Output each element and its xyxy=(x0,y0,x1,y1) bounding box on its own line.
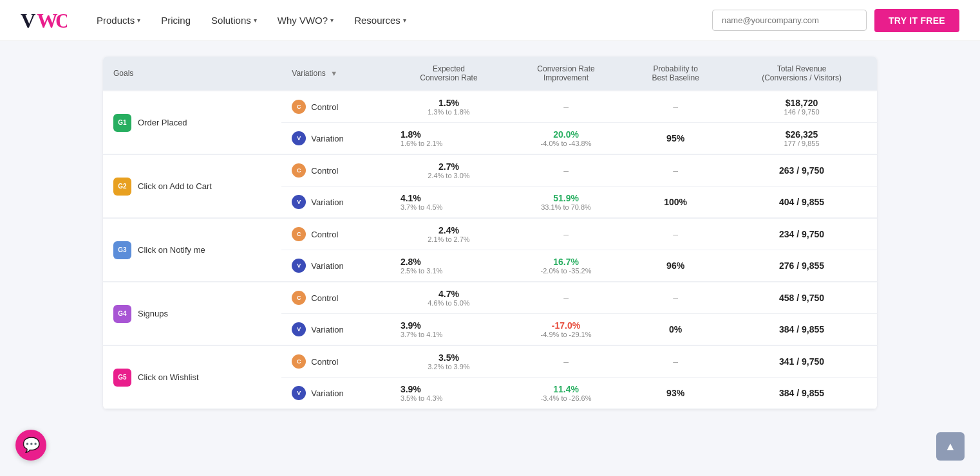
probability-value: 95% xyxy=(666,133,684,143)
results-table: Goals Variations ▼ ExpectedConversion Ra… xyxy=(103,57,877,409)
ecr-main: 4.7% xyxy=(400,289,497,299)
probability-value: – xyxy=(673,356,678,367)
goal-badge-g4: G4 xyxy=(113,305,131,323)
nav-why-vwo[interactable]: Why VWO? ▾ xyxy=(269,10,343,31)
revenue-sub: 146 / 9,750 xyxy=(737,108,867,116)
variation-circle: V xyxy=(292,195,306,209)
svg-text:O: O xyxy=(55,8,67,32)
goal-label-g3: Click on Notify me xyxy=(138,245,205,255)
cri-cell: 11.4%-3.4% to -26.6% xyxy=(507,378,625,409)
variation-circle: V xyxy=(292,322,306,336)
cri-main: – xyxy=(518,293,614,303)
probability-cell: – xyxy=(625,218,726,250)
variation-circle: V xyxy=(292,386,306,400)
revenue-cell: 263 / 9,750 xyxy=(726,154,877,187)
variation-cell: C Control xyxy=(281,282,390,314)
filter-icon[interactable]: ▼ xyxy=(330,69,337,77)
ecr-sub: 2.4% to 3.0% xyxy=(400,172,497,179)
cri-sub: -4.0% to -43.8% xyxy=(518,140,614,147)
revenue-cell: 234 / 9,750 xyxy=(726,218,877,250)
revenue-cell: 404 / 9,855 xyxy=(726,187,877,219)
ecr-sub: 2.1% to 2.7% xyxy=(400,235,497,243)
variation-cell: C Control xyxy=(281,91,390,123)
solutions-arrow-icon: ▾ xyxy=(254,17,257,24)
cri-main: – xyxy=(518,102,614,112)
nav-products[interactable]: Products ▾ xyxy=(88,10,149,31)
svg-text:W: W xyxy=(37,8,57,32)
nav-solutions[interactable]: Solutions ▾ xyxy=(202,10,266,31)
variation-circle: V xyxy=(292,259,306,273)
goal-cell-g2: G2 Click on Add to Cart xyxy=(103,154,281,218)
probability-value: 96% xyxy=(666,261,684,271)
logo[interactable]: V W O xyxy=(21,8,67,33)
try-it-free-button[interactable]: TRY IT FREE xyxy=(874,9,959,32)
variation-cell: C Control xyxy=(281,345,390,378)
control-circle: C xyxy=(292,227,306,241)
variation-label: Control xyxy=(311,166,338,176)
cri-cell: – xyxy=(507,282,625,314)
variation-label: Variation xyxy=(311,325,343,334)
goal-cell-g3: G3 Click on Notify me xyxy=(103,218,281,282)
ecr-sub: 4.6% to 5.0% xyxy=(400,299,497,307)
ecr-main: 1.5% xyxy=(400,98,497,108)
col-revenue: Total Revenue(Conversions / Visitors) xyxy=(726,57,877,91)
revenue-cell: $18,720146 / 9,750 xyxy=(726,91,877,123)
cri-cell: 51.9%33.1% to 70.8% xyxy=(507,187,625,219)
ecr-main: 3.9% xyxy=(400,384,497,394)
revenue-cell: 384 / 9,855 xyxy=(726,378,877,409)
email-input[interactable] xyxy=(712,10,867,31)
ecr-cell: 3.5%3.2% to 3.9% xyxy=(390,345,507,378)
cri-cell: – xyxy=(507,345,625,378)
main-content: Goals Variations ▼ ExpectedConversion Ra… xyxy=(0,41,980,425)
ecr-cell: 3.9%3.7% to 4.1% xyxy=(390,314,507,346)
variation-cell: V Variation xyxy=(281,378,390,409)
probability-value: – xyxy=(673,102,678,112)
ecr-sub: 2.5% to 3.1% xyxy=(400,267,497,275)
revenue-main: 384 / 9,855 xyxy=(737,388,867,398)
variation-cell: C Control xyxy=(281,154,390,187)
revenue-main: 234 / 9,750 xyxy=(737,229,867,239)
table-row: G3 Click on Notify me C Control 2.4%2.1%… xyxy=(103,218,877,250)
cri-main: 11.4% xyxy=(518,384,614,394)
ecr-main: 2.4% xyxy=(400,225,497,235)
cri-main: – xyxy=(518,356,614,367)
revenue-main: 341 / 9,750 xyxy=(737,356,867,367)
nav-resources[interactable]: Resources ▾ xyxy=(345,10,415,31)
ecr-cell: 4.7%4.6% to 5.0% xyxy=(390,282,507,314)
ecr-main: 2.8% xyxy=(400,257,497,267)
probability-value: – xyxy=(673,229,678,239)
probability-value: – xyxy=(673,293,678,303)
table-row: G1 Order Placed C Control 1.5%1.3% to 1.… xyxy=(103,91,877,123)
goal-cell-g4: G4 Signups xyxy=(103,282,281,345)
revenue-main: 458 / 9,750 xyxy=(737,293,867,303)
probability-cell: – xyxy=(625,154,726,187)
ecr-main: 3.5% xyxy=(400,352,497,363)
variation-circle: V xyxy=(292,131,306,145)
probability-cell: – xyxy=(625,345,726,378)
ecr-cell: 1.8%1.6% to 2.1% xyxy=(390,123,507,155)
cri-sub: -3.4% to -26.6% xyxy=(518,394,614,402)
ecr-sub: 3.2% to 3.9% xyxy=(400,363,497,371)
ecr-cell: 3.9%3.5% to 4.3% xyxy=(390,378,507,409)
probability-value: 100% xyxy=(664,197,687,207)
revenue-sub: 177 / 9,855 xyxy=(737,140,867,147)
cri-cell: – xyxy=(507,154,625,187)
variation-label: Variation xyxy=(311,261,343,271)
variation-label: Variation xyxy=(311,389,343,398)
cri-sub: 33.1% to 70.8% xyxy=(518,203,614,211)
cri-main: 16.7% xyxy=(518,257,614,267)
goal-badge-g5: G5 xyxy=(113,369,131,387)
ecr-cell: 4.1%3.7% to 4.5% xyxy=(390,187,507,219)
cri-main: – xyxy=(518,229,614,239)
ecr-main: 4.1% xyxy=(400,193,497,203)
nav-pricing[interactable]: Pricing xyxy=(152,10,200,31)
revenue-main: $18,720 xyxy=(737,98,867,108)
ecr-sub: 3.5% to 4.3% xyxy=(400,394,497,402)
variation-cell: V Variation xyxy=(281,123,390,155)
cri-main: 51.9% xyxy=(518,193,614,203)
probability-cell: 100% xyxy=(625,187,726,219)
goal-badge-g1: G1 xyxy=(113,114,131,132)
ecr-cell: 1.5%1.3% to 1.8% xyxy=(390,91,507,123)
goal-label-g2: Click on Add to Cart xyxy=(138,181,212,191)
probability-value: 0% xyxy=(669,324,682,334)
